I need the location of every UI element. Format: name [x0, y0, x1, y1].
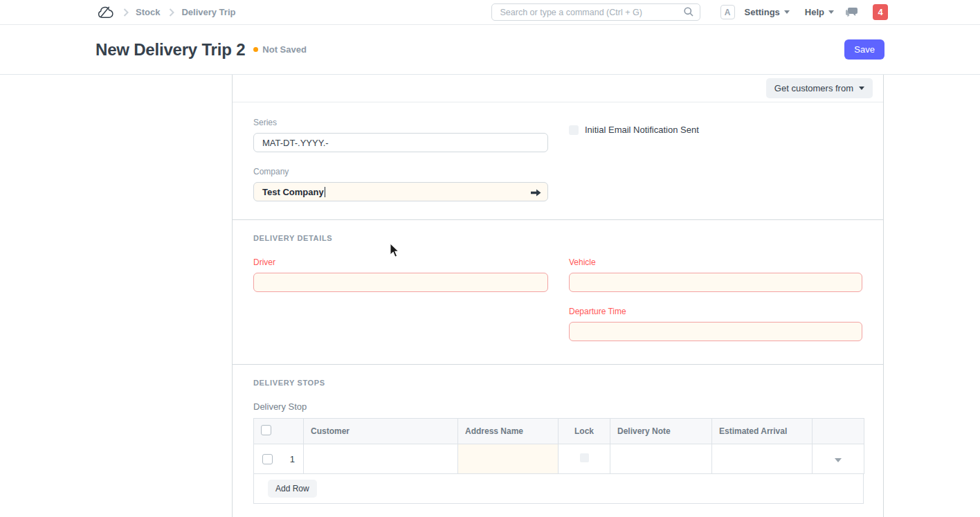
- chevron-down-icon: [784, 10, 790, 14]
- vehicle-input[interactable]: [569, 273, 862, 292]
- navbar: Stock Delivery Trip A Settings Help: [0, 0, 980, 25]
- notification-badge[interactable]: 4: [873, 4, 888, 20]
- breadcrumb-stock[interactable]: Stock: [136, 7, 160, 17]
- section-main: Series Company Test Company Initial Emai…: [233, 102, 883, 220]
- chat-bubbles-icon[interactable]: [846, 7, 859, 18]
- initial-email-label: Initial Email Notification Sent: [585, 125, 699, 135]
- text-cursor: [325, 187, 325, 197]
- table-row: 1: [254, 444, 864, 474]
- add-row-button[interactable]: Add Row: [268, 480, 317, 498]
- grid-header-row: Customer Address Name Lock Delivery Note…: [254, 419, 864, 444]
- settings-menu[interactable]: Settings: [745, 7, 790, 17]
- cell-customer[interactable]: [304, 444, 458, 474]
- breadcrumb-chevron-icon: [123, 8, 129, 17]
- row-select-checkbox[interactable]: [262, 454, 273, 464]
- grid-footer: Add Row: [253, 474, 864, 504]
- column-lock: Lock: [559, 419, 610, 444]
- cell-lock[interactable]: [559, 444, 610, 474]
- series-input[interactable]: [253, 133, 548, 152]
- column-estimated-arrival: Estimated Arrival: [712, 419, 813, 444]
- departure-time-label: Departure Time: [569, 307, 862, 316]
- get-customers-from-button[interactable]: Get customers from: [766, 78, 873, 98]
- departure-time-input[interactable]: [569, 322, 862, 341]
- breadcrumb-chevron-icon: [169, 8, 174, 17]
- page-title: New Delivery Trip 2: [96, 40, 245, 60]
- form-card: Get customers from Series Company Test C…: [232, 75, 884, 517]
- page-head: New Delivery Trip 2 Not Saved Save: [0, 25, 980, 75]
- search-input[interactable]: [491, 3, 700, 21]
- orange-dot-icon: [253, 47, 258, 52]
- navbar-right: A Settings Help 4: [491, 3, 888, 21]
- company-label: Company: [253, 167, 548, 176]
- chevron-down-icon: [828, 10, 834, 14]
- section-delivery-details: DELIVERY DETAILS Driver Vehicle Departur…: [233, 220, 883, 365]
- search-icon[interactable]: [683, 6, 694, 19]
- chevron-down-icon: [859, 87, 864, 90]
- initial-email-checkbox[interactable]: [569, 125, 579, 135]
- help-menu[interactable]: Help: [805, 7, 834, 17]
- delivery-stop-grid: Customer Address Name Lock Delivery Note…: [253, 418, 864, 474]
- cell-delivery-note[interactable]: [610, 444, 712, 474]
- open-link-arrow-icon[interactable]: [531, 188, 541, 199]
- cell-estimated-arrival[interactable]: [712, 444, 813, 474]
- driver-input[interactable]: [253, 273, 548, 292]
- user-avatar[interactable]: A: [720, 5, 735, 19]
- row-index: 1: [290, 454, 295, 464]
- triangle-down-icon[interactable]: [835, 458, 842, 462]
- driver-label: Driver: [253, 257, 548, 267]
- column-delivery-note: Delivery Note: [610, 419, 712, 444]
- save-button[interactable]: Save: [844, 39, 884, 60]
- settings-label: Settings: [745, 7, 780, 17]
- get-customers-from-label: Get customers from: [774, 83, 853, 93]
- series-label: Series: [253, 102, 548, 127]
- app-logo-cloud-icon[interactable]: [97, 4, 114, 20]
- company-input[interactable]: Test Company: [253, 182, 548, 201]
- status-text: Not Saved: [262, 44, 307, 55]
- delivery-details-heading: DELIVERY DETAILS: [253, 220, 862, 242]
- cell-row-menu[interactable]: [813, 444, 864, 474]
- form-toolbar: Get customers from: [233, 75, 883, 102]
- cell-address-name[interactable]: [458, 444, 559, 474]
- vehicle-label: Vehicle: [569, 257, 862, 267]
- initial-email-notification-field[interactable]: Initial Email Notification Sent: [569, 102, 862, 135]
- column-customer: Customer: [304, 419, 458, 444]
- section-delivery-stops: DELIVERY STOPS Delivery Stop Customer Ad…: [233, 365, 883, 517]
- company-value: Test Company: [262, 187, 324, 197]
- column-address-name: Address Name: [458, 419, 559, 444]
- delivery-stop-table-label: Delivery Stop: [253, 402, 862, 412]
- column-actions: [813, 419, 864, 444]
- breadcrumb-delivery-trip[interactable]: Delivery Trip: [181, 7, 235, 17]
- select-all-checkbox[interactable]: [261, 425, 271, 435]
- help-label: Help: [805, 7, 824, 17]
- lock-checkbox[interactable]: [580, 453, 589, 462]
- delivery-stops-heading: DELIVERY STOPS: [253, 365, 862, 387]
- global-search: [491, 3, 700, 21]
- status-indicator: Not Saved: [253, 44, 307, 55]
